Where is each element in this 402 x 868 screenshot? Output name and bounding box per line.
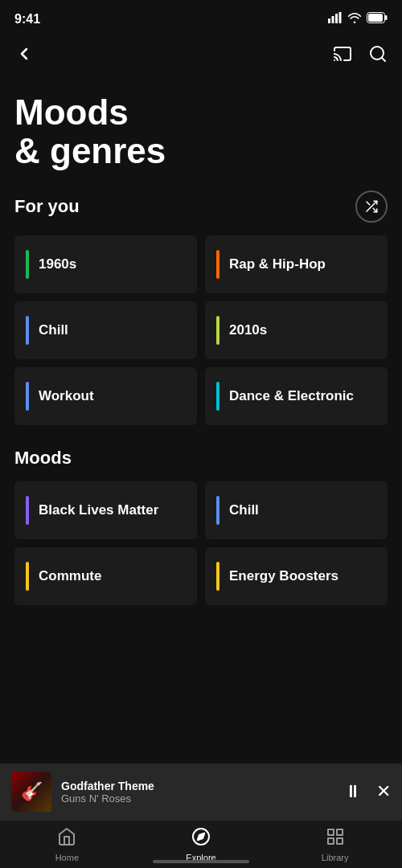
moods-title: Moods [14,448,72,469]
svg-rect-15 [328,829,334,835]
tab-explore[interactable]: Explore [134,827,269,862]
accent-bar [216,382,219,411]
home-indicator [153,860,249,863]
accent-bar [26,250,29,279]
card-label: Chill [229,502,259,518]
svg-rect-1 [332,16,334,23]
library-icon [326,827,345,851]
battery-icon [367,12,388,27]
svg-line-12 [367,202,370,205]
home-icon [57,827,76,851]
search-button[interactable] [368,44,388,68]
card-label: Workout [39,388,94,404]
wifi-icon [347,12,362,27]
accent-bar [26,382,29,411]
card-label: Commute [39,568,101,584]
list-item[interactable]: Rap & Hip-Hop [205,235,388,293]
list-item[interactable]: Chill [205,481,388,539]
card-label: 1960s [39,256,76,272]
for-you-header: For you [14,190,388,223]
svg-rect-6 [385,15,388,20]
card-label: Chill [39,322,68,338]
page-heading: Moods & genres [14,93,388,171]
moods-header: Moods [14,448,388,469]
close-button[interactable]: ✕ [376,781,391,802]
for-you-section: For you 1960s Rap & Hip-Hop [0,190,402,425]
album-art-image [11,772,51,812]
moods-grid: Black Lives Matter Chill Commute Energy … [14,481,388,605]
cast-button[interactable] [333,44,352,68]
card-label: Energy Boosters [229,568,338,584]
now-playing-bar: Godfather Theme Guns N' Roses ⏸ ✕ [0,764,402,820]
status-bar: 9:41 [0,0,402,35]
accent-bar [26,562,29,591]
accent-bar [216,496,219,525]
svg-rect-17 [337,838,343,844]
card-label: Black Lives Matter [39,502,158,518]
list-item[interactable]: Commute [14,547,197,605]
playback-controls: ⏸ ✕ [344,781,391,802]
tab-home-label: Home [55,853,79,862]
moods-section: Moods Black Lives Matter Chill Commute E… [0,448,402,605]
svg-rect-3 [339,12,342,23]
list-item[interactable]: Workout [14,367,197,425]
list-item[interactable]: Chill [14,301,197,359]
page-title: Moods & genres [0,77,402,190]
nav-bar [0,35,402,77]
card-label: 2010s [229,322,267,338]
svg-rect-16 [337,829,343,835]
tab-library[interactable]: Library [268,827,402,862]
svg-rect-0 [328,18,330,23]
main-content: Moods & genres For you 1960s [0,77,402,740]
card-label: Dance & Electronic [229,388,354,404]
list-item[interactable]: 1960s [14,235,197,293]
back-button[interactable] [14,44,34,68]
status-time: 9:41 [14,12,40,27]
track-title: Godfather Theme [61,780,334,792]
list-item[interactable]: 2010s [205,301,388,359]
accent-bar [216,316,219,345]
album-art [11,772,51,812]
signal-icon [328,12,343,27]
accent-bar [26,496,29,525]
track-artist: Guns N' Roses [61,792,334,805]
svg-line-9 [382,58,385,61]
svg-rect-18 [328,838,334,844]
explore-icon [191,827,211,851]
now-playing-info: Godfather Theme Guns N' Roses [61,780,334,805]
nav-right-actions [333,44,388,68]
for-you-title: For you [14,196,80,217]
pause-button[interactable]: ⏸ [344,781,362,802]
list-item[interactable]: Black Lives Matter [14,481,197,539]
svg-marker-14 [198,833,204,839]
accent-bar [216,250,219,279]
svg-rect-5 [368,14,383,22]
card-label: Rap & Hip-Hop [229,256,326,272]
list-item[interactable]: Energy Boosters [205,547,388,605]
for-you-grid: 1960s Rap & Hip-Hop Chill 2010s Workout … [14,235,388,425]
tab-library-label: Library [322,853,349,862]
list-item[interactable]: Dance & Electronic [205,367,388,425]
accent-bar [26,316,29,345]
accent-bar [216,562,219,591]
svg-rect-2 [335,14,338,23]
shuffle-button[interactable] [355,190,388,223]
status-icons [328,12,388,27]
tab-home[interactable]: Home [0,827,134,862]
